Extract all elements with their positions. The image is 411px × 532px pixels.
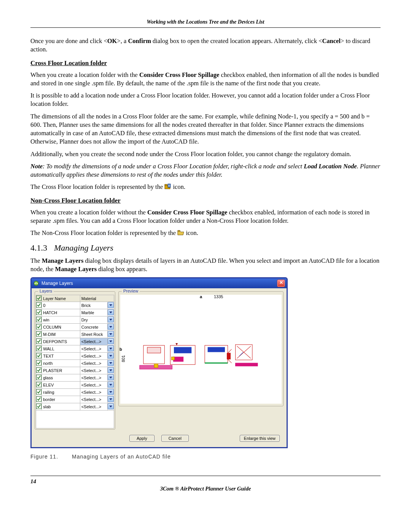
material-dropdown-button[interactable] xyxy=(107,345,114,353)
checkbox-icon[interactable] xyxy=(36,382,41,387)
layer-row[interactable]: TEXT<Select...> xyxy=(36,353,114,360)
layer-row[interactable]: WALL<Select...> xyxy=(36,345,114,353)
checkbox-icon[interactable] xyxy=(36,389,41,395)
chevron-down-icon[interactable] xyxy=(108,345,114,351)
layer-material-cell[interactable]: <Select...> xyxy=(80,345,107,353)
layer-material-cell[interactable]: Marble xyxy=(80,309,107,316)
layer-row-checkbox[interactable] xyxy=(36,345,42,353)
checkbox-icon[interactable] xyxy=(36,331,41,337)
material-dropdown-button[interactable] xyxy=(107,360,114,367)
checkbox-icon[interactable] xyxy=(36,346,41,351)
checkbox-icon[interactable] xyxy=(36,404,41,409)
cancel-button[interactable]: Cancel xyxy=(161,435,189,442)
apply-button[interactable]: Apply xyxy=(129,435,155,442)
layer-material-cell[interactable]: <Select...> xyxy=(80,367,107,374)
layer-row-checkbox[interactable] xyxy=(36,367,42,374)
header-layer-name[interactable]: Layer Name xyxy=(42,295,80,302)
chevron-down-icon[interactable] xyxy=(108,389,114,395)
header-material[interactable]: Material xyxy=(80,295,114,302)
layer-material-cell[interactable]: Dry xyxy=(80,316,107,324)
chevron-down-icon[interactable] xyxy=(108,309,114,315)
material-dropdown-button[interactable] xyxy=(107,309,114,316)
material-dropdown-button[interactable] xyxy=(107,374,114,382)
layer-material-cell[interactable]: <Select...> xyxy=(80,338,107,345)
layer-row[interactable]: M-DIMSheet Rock xyxy=(36,331,114,338)
layer-row[interactable]: HATCHMarble xyxy=(36,309,114,316)
axis-a-label: a xyxy=(200,294,202,299)
material-dropdown-button[interactable] xyxy=(107,389,114,396)
material-dropdown-button[interactable] xyxy=(107,302,114,309)
layer-material-cell[interactable]: <Select...> xyxy=(80,360,107,367)
chevron-down-icon[interactable] xyxy=(108,367,114,373)
layer-material-cell[interactable]: Sheet Rock xyxy=(80,331,107,338)
layer-row-checkbox[interactable] xyxy=(36,316,42,324)
chevron-down-icon[interactable] xyxy=(108,331,114,337)
layer-material-cell[interactable]: <Select...> xyxy=(80,382,107,389)
layer-row-checkbox[interactable] xyxy=(36,374,42,382)
material-dropdown-button[interactable] xyxy=(107,331,114,338)
layer-material-cell[interactable]: <Select...> xyxy=(80,396,107,403)
layer-row-checkbox[interactable] xyxy=(36,353,42,360)
material-dropdown-button[interactable] xyxy=(107,338,114,345)
chevron-down-icon[interactable] xyxy=(108,360,114,366)
layer-row-checkbox[interactable] xyxy=(36,324,42,331)
chevron-down-icon[interactable] xyxy=(108,374,114,380)
layer-material-cell[interactable]: <Select...> xyxy=(80,389,107,396)
enlarge-view-button[interactable]: Enlarge this view xyxy=(240,435,280,442)
layer-row-checkbox[interactable] xyxy=(36,389,42,396)
layer-row-checkbox[interactable] xyxy=(36,302,42,309)
chevron-down-icon[interactable] xyxy=(108,324,114,330)
checkbox-icon[interactable] xyxy=(36,324,41,329)
material-dropdown-button[interactable] xyxy=(107,382,114,389)
material-dropdown-button[interactable] xyxy=(107,353,114,360)
layer-material-cell[interactable]: Concrete xyxy=(80,324,107,331)
layer-row[interactable]: railing<Select...> xyxy=(36,389,114,396)
layer-material-cell[interactable]: <Select...> xyxy=(80,374,107,382)
dialog-titlebar[interactable]: Manage Layers ✕ xyxy=(32,278,287,288)
layer-row[interactable]: DEFPOINTS<Select...> xyxy=(36,338,114,345)
checkbox-icon[interactable] xyxy=(36,396,41,402)
layer-row[interactable]: PLASTER<Select...> xyxy=(36,367,114,374)
chevron-down-icon[interactable] xyxy=(108,396,114,402)
layer-row-checkbox[interactable] xyxy=(36,382,42,389)
layer-row[interactable]: COLUMNConcrete xyxy=(36,324,114,331)
checkbox-icon[interactable] xyxy=(36,302,41,308)
layer-row-checkbox[interactable] xyxy=(36,360,42,367)
layer-row[interactable]: 0Brick xyxy=(36,302,114,309)
layer-row[interactable]: winDry xyxy=(36,316,114,324)
chevron-down-icon[interactable] xyxy=(108,302,114,308)
header-checkbox-col[interactable] xyxy=(36,295,42,302)
layer-row[interactable]: glass<Select...> xyxy=(36,374,114,382)
layer-row[interactable]: slab<Select...> xyxy=(36,403,114,411)
material-dropdown-button[interactable] xyxy=(107,316,114,324)
layer-row-checkbox[interactable] xyxy=(36,396,42,403)
layer-row-checkbox[interactable] xyxy=(36,331,42,338)
layer-material-cell[interactable]: <Select...> xyxy=(80,403,107,411)
checkbox-icon[interactable] xyxy=(36,360,41,366)
chevron-down-icon[interactable] xyxy=(108,353,114,359)
checkbox-icon[interactable] xyxy=(36,353,41,358)
layer-row-checkbox[interactable] xyxy=(36,403,42,411)
layer-row[interactable]: north<Select...> xyxy=(36,360,114,367)
chevron-down-icon[interactable] xyxy=(108,316,114,323)
checkbox-icon[interactable] xyxy=(36,367,41,373)
checkbox-icon[interactable] xyxy=(36,317,41,322)
layer-row[interactable]: border<Select...> xyxy=(36,396,114,403)
material-dropdown-button[interactable] xyxy=(107,324,114,331)
layer-material-cell[interactable]: <Select...> xyxy=(80,353,107,360)
checkbox-icon[interactable] xyxy=(36,375,41,380)
material-dropdown-button[interactable] xyxy=(107,396,114,403)
material-dropdown-button[interactable] xyxy=(107,403,114,411)
layer-row-checkbox[interactable] xyxy=(36,338,42,345)
layer-material-cell[interactable]: Brick xyxy=(80,302,107,309)
checkbox-icon[interactable] xyxy=(36,339,41,344)
chevron-down-icon[interactable] xyxy=(108,338,114,344)
chevron-down-icon[interactable] xyxy=(108,382,114,388)
checkbox-icon[interactable] xyxy=(36,310,41,315)
material-dropdown-button[interactable] xyxy=(107,367,114,374)
layer-row-checkbox[interactable] xyxy=(36,309,42,316)
layer-row[interactable]: ELEV<Select...> xyxy=(36,382,114,389)
checkbox-icon[interactable] xyxy=(36,296,41,301)
close-button[interactable]: ✕ xyxy=(277,280,285,287)
chevron-down-icon[interactable] xyxy=(108,403,114,409)
